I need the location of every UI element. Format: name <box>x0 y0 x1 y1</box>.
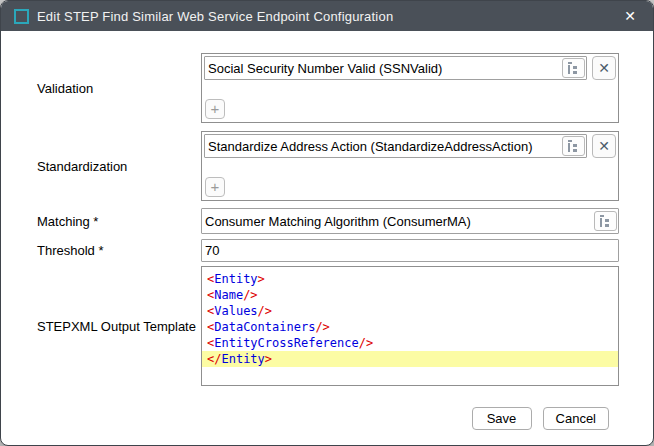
stepxml-code-line: <DataContainers/> <box>202 319 618 335</box>
stepxml-code-line: <Values/> <box>202 303 618 319</box>
tree-icon <box>567 140 580 152</box>
threshold-row: Threshold * <box>37 239 619 262</box>
app-window-icon <box>14 9 29 24</box>
stepxml-code-line: <EntityCrossReference/> <box>202 335 618 351</box>
stepxml-code-editor[interactable]: <Entity><Name/><Values/><DataContainers/… <box>201 266 619 386</box>
validation-add-button[interactable]: + <box>205 99 225 119</box>
validation-group: ✕ + <box>201 53 619 123</box>
tree-icon <box>567 62 580 74</box>
tree-icon <box>599 215 612 227</box>
standardization-add-button[interactable]: + <box>205 177 225 197</box>
matching-tree-picker-button[interactable] <box>594 211 617 231</box>
save-button[interactable]: Save <box>472 407 532 430</box>
stepxml-code-line: <Name/> <box>202 287 618 303</box>
matching-row: Matching * <box>37 208 619 234</box>
button-row: Save Cancel <box>1 386 653 430</box>
dialog-body: Validation <box>1 31 653 430</box>
matching-input[interactable] <box>201 208 619 234</box>
validation-tree-picker-button[interactable] <box>562 58 585 78</box>
matching-label: Matching * <box>37 214 201 229</box>
standardization-row: Standardization <box>37 131 619 201</box>
validation-label: Validation <box>37 81 201 96</box>
validation-row: Validation <box>37 53 619 123</box>
standardization-tree-picker-button[interactable] <box>562 136 585 156</box>
cancel-button[interactable]: Cancel <box>543 407 609 430</box>
threshold-label: Threshold * <box>37 243 201 258</box>
standardization-group: ✕ + <box>201 131 619 201</box>
standardization-label: Standardization <box>37 159 201 174</box>
standardization-input[interactable] <box>204 134 587 158</box>
validation-remove-button[interactable]: ✕ <box>592 56 616 80</box>
stepxml-code-line: </Entity> <box>202 351 618 367</box>
titlebar[interactable]: Edit STEP Find Similar Web Service Endpo… <box>1 1 653 31</box>
standardization-remove-button[interactable]: ✕ <box>592 134 616 158</box>
stepxml-code-line: <Entity> <box>202 271 618 287</box>
stepxml-label: STEPXML Output Template <box>37 319 201 334</box>
close-icon[interactable]: ✕ <box>607 1 653 31</box>
stepxml-row: STEPXML Output Template <Entity><Name/><… <box>37 266 619 386</box>
dialog-title: Edit STEP Find Similar Web Service Endpo… <box>37 9 393 24</box>
threshold-input[interactable] <box>201 239 619 262</box>
validation-input[interactable] <box>204 56 587 80</box>
dialog-window: Edit STEP Find Similar Web Service Endpo… <box>0 0 654 446</box>
